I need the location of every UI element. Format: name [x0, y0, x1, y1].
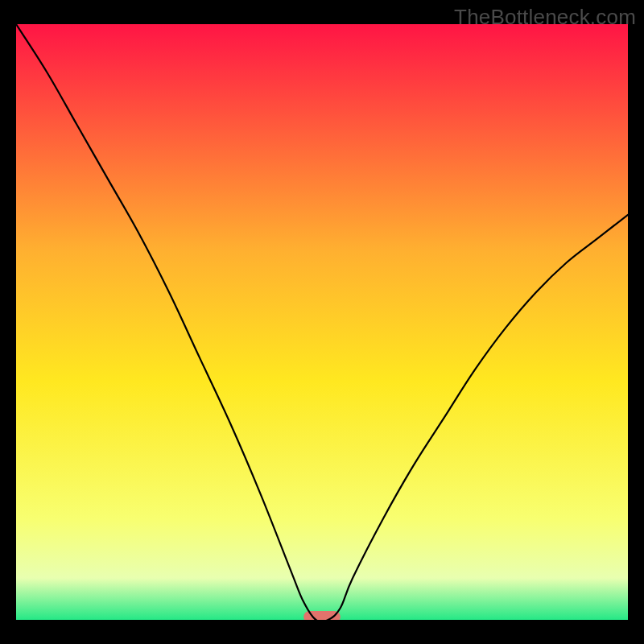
gradient-background: [16, 24, 628, 620]
watermark-text: TheBottleneck.com: [454, 5, 636, 30]
chart-frame: TheBottleneck.com: [0, 0, 644, 644]
chart-svg: [16, 24, 628, 620]
plot-area: [16, 24, 628, 620]
